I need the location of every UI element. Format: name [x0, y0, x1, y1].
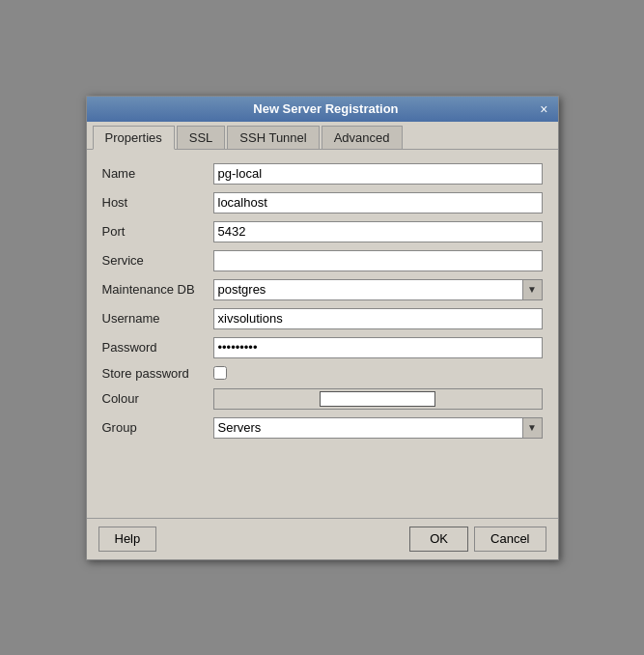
port-input[interactable] [213, 221, 543, 242]
password-field [213, 337, 543, 358]
group-select-wrapper: ▼ [213, 417, 543, 439]
tab-properties[interactable]: Properties [93, 126, 175, 150]
maintenance-db-field: ▼ [213, 279, 543, 300]
colour-row: Colour [102, 388, 543, 410]
ok-button[interactable]: OK [409, 527, 468, 552]
group-field: ▼ [213, 417, 543, 439]
tab-ssl[interactable]: SSL [177, 126, 226, 149]
password-label: Password [102, 340, 213, 355]
group-row: Group ▼ [102, 417, 543, 439]
button-bar: Help OK Cancel [87, 518, 558, 559]
username-input[interactable] [213, 308, 543, 329]
dialog-title: New Server Registration [114, 101, 539, 116]
group-label: Group [102, 420, 213, 435]
help-button[interactable]: Help [98, 527, 157, 552]
close-button[interactable]: × [538, 102, 549, 116]
name-input[interactable] [213, 163, 543, 185]
port-row: Port [102, 221, 543, 242]
maintenance-db-row: Maintenance DB ▼ [102, 279, 543, 300]
maintenance-db-dropdown-arrow[interactable]: ▼ [522, 280, 542, 299]
username-row: Username [102, 308, 543, 329]
colour-label: Colour [102, 391, 213, 406]
store-password-label: Store password [102, 366, 213, 381]
colour-inner-box [320, 391, 435, 407]
group-input[interactable] [214, 418, 522, 438]
tab-advanced[interactable]: Advanced [322, 126, 403, 149]
port-label: Port [102, 224, 213, 239]
colour-picker[interactable] [213, 388, 543, 410]
form-content: Name Host Port Service [87, 150, 558, 518]
password-input[interactable] [213, 337, 543, 358]
password-row: Password [102, 337, 543, 358]
service-input[interactable] [213, 250, 543, 271]
host-input[interactable] [213, 192, 543, 214]
group-dropdown-arrow[interactable]: ▼ [522, 418, 542, 438]
name-field [213, 163, 543, 185]
cancel-button[interactable]: Cancel [474, 527, 546, 552]
name-row: Name [102, 163, 543, 185]
host-field [213, 192, 543, 214]
host-label: Host [102, 195, 213, 210]
maintenance-db-input[interactable] [214, 280, 522, 299]
tab-bar: Properties SSL SSH Tunnel Advanced [87, 122, 558, 150]
username-label: Username [102, 311, 213, 326]
new-server-dialog: New Server Registration × Properties SSL… [86, 96, 559, 560]
maintenance-db-select-wrapper: ▼ [213, 279, 543, 300]
service-field [213, 250, 543, 271]
store-password-row: Store password [102, 366, 543, 381]
host-row: Host [102, 192, 543, 214]
tab-ssh-tunnel[interactable]: SSH Tunnel [227, 126, 319, 149]
maintenance-db-label: Maintenance DB [102, 282, 213, 297]
service-label: Service [102, 253, 213, 268]
content-spacer [102, 446, 543, 504]
port-field [213, 221, 543, 242]
username-field [213, 308, 543, 329]
service-row: Service [102, 250, 543, 271]
name-label: Name [102, 166, 213, 181]
store-password-checkbox[interactable] [213, 366, 227, 380]
title-bar: New Server Registration × [87, 97, 558, 122]
